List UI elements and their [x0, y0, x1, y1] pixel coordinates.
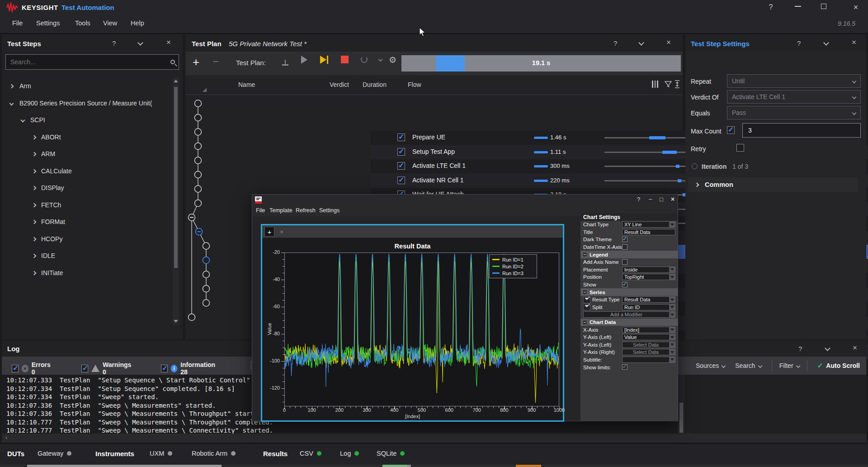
step-enabled-checkbox[interactable]	[397, 162, 405, 170]
step-settings-close-icon[interactable]: ×	[852, 38, 856, 47]
log-collapse-icon[interactable]	[825, 345, 830, 351]
log-filter-warnings[interactable]: Warnings 0	[81, 361, 132, 376]
column-verdict[interactable]: Verdict	[330, 81, 349, 88]
dropdown-arrow-icon[interactable]	[669, 312, 675, 317]
status-item-uxm[interactable]: UXM	[150, 450, 172, 457]
dropdown-arrow-icon[interactable]	[669, 327, 675, 333]
setting-checkbox[interactable]	[622, 259, 627, 265]
verdict-of-dropdown[interactable]: Activate LTE Cell 1	[727, 90, 861, 104]
test-plan-help-icon[interactable]: ?	[613, 39, 617, 47]
step-settings-collapse-icon[interactable]	[823, 40, 829, 46]
settings-gear-icon[interactable]: ⚙	[389, 55, 396, 65]
setting-dropdown[interactable]: Run ID	[622, 304, 675, 310]
max-count-checkbox[interactable]	[727, 126, 735, 134]
chevron-right-icon[interactable]	[32, 237, 37, 241]
stand-icon[interactable]	[281, 60, 289, 66]
test-plan-collapse-icon[interactable]	[638, 40, 644, 46]
filter-dropdown[interactable]: Filter	[772, 360, 807, 371]
chevron-right-icon[interactable]	[9, 84, 14, 89]
status-item-gateway[interactable]: Gateway	[38, 450, 71, 457]
step-enabled-checkbox[interactable]	[397, 133, 405, 141]
repeat-run-icon[interactable]	[361, 56, 368, 63]
tree-item[interactable]: HCOPy	[2, 231, 170, 248]
status-item-instruments[interactable]: Instruments	[95, 450, 134, 457]
search-input[interactable]	[9, 58, 170, 66]
collapse-minus-icon[interactable]: −	[582, 252, 587, 257]
dropdown-arrow-icon[interactable]	[669, 274, 675, 280]
dialog-close-icon[interactable]: ×	[671, 195, 675, 203]
chevron-right-icon[interactable]	[32, 203, 37, 207]
setting-dropdown[interactable]: XY Line	[622, 221, 675, 228]
status-item-csv[interactable]: CSV	[300, 450, 321, 457]
setting-dropdown[interactable]: Select Data	[622, 349, 675, 355]
run-button[interactable]	[301, 56, 307, 64]
log-close-icon[interactable]: ×	[853, 343, 857, 353]
dropdown-arrow-icon[interactable]	[669, 349, 675, 355]
dialog-maximize-icon[interactable]: □	[660, 196, 663, 203]
dropdown-arrow-icon[interactable]	[669, 305, 675, 310]
common-section[interactable]: Common	[688, 177, 858, 192]
search-dropdown[interactable]: Search	[735, 362, 761, 369]
dropdown-arrow-icon[interactable]	[669, 297, 675, 302]
tree-item[interactable]: ABORt	[2, 129, 170, 146]
test-plan-close-icon[interactable]: ×	[666, 38, 671, 47]
setting-dropdown[interactable]: Result Data	[622, 296, 675, 303]
retry-checkbox[interactable]	[736, 144, 744, 152]
window-minimize-icon[interactable]	[795, 6, 801, 7]
dropdown-arrow-icon[interactable]	[669, 267, 675, 272]
filter-icon[interactable]	[665, 81, 672, 88]
test-steps-collapse-icon[interactable]	[137, 40, 143, 46]
log-horizontal-scrollbar[interactable]: ‹	[2, 434, 866, 443]
chevron-right-icon[interactable]	[32, 135, 37, 139]
status-item-duts[interactable]: DUTs	[7, 450, 24, 457]
chevron-right-icon[interactable]	[32, 186, 37, 191]
add-step-button[interactable]: +	[193, 55, 199, 69]
tree-item[interactable]: ARM	[2, 146, 170, 163]
window-close-icon[interactable]: ×	[851, 3, 861, 12]
log-vertical-scrollbar[interactable]	[678, 375, 684, 434]
section-series[interactable]: −Series	[580, 288, 678, 296]
dialog-help-icon[interactable]: ?	[637, 196, 640, 203]
column-name[interactable]: Name	[238, 81, 255, 88]
tree-item[interactable]: FETCh	[2, 197, 170, 214]
max-count-input[interactable]: 3	[742, 123, 861, 138]
setting-checkbox[interactable]	[622, 282, 627, 287]
tree-item[interactable]: DISPlay	[2, 180, 170, 197]
funnel-icon[interactable]	[583, 304, 590, 310]
test-steps-help-icon[interactable]: ?	[112, 39, 116, 47]
tree-item[interactable]: CALCulate	[2, 163, 170, 180]
step-enabled-checkbox[interactable]	[397, 176, 405, 184]
search-icon[interactable]	[170, 60, 175, 64]
setting-dropdown[interactable]: Inside	[622, 267, 675, 273]
collapse-minus-icon[interactable]: −	[582, 320, 587, 325]
filter-checkbox[interactable]	[161, 365, 168, 372]
dropdown-arrow-icon[interactable]	[669, 357, 675, 362]
tree-item[interactable]: B2900 Series Precision Source / Measure …	[2, 95, 170, 112]
dropdown-arrow-icon[interactable]	[669, 334, 675, 340]
chevron-down-icon[interactable]	[21, 118, 25, 123]
status-item-sqlite[interactable]: SQLite	[377, 450, 405, 457]
chevron-right-icon[interactable]	[32, 169, 37, 173]
remove-step-button[interactable]: −	[212, 55, 219, 68]
tree-scrollbar[interactable]	[173, 78, 179, 324]
step-settings-help-icon[interactable]: ?	[797, 39, 801, 47]
setting-checkbox[interactable]	[622, 237, 627, 242]
setting-dropdown[interactable]: TopRight	[622, 274, 675, 280]
columns-icon[interactable]	[652, 81, 658, 88]
setting-dropdown[interactable]: Add a Modifier	[583, 311, 675, 318]
chevron-right-icon[interactable]	[32, 254, 37, 258]
dropdown-arrow-icon[interactable]	[669, 342, 675, 348]
window-help-icon[interactable]: ?	[766, 3, 776, 11]
tree-item[interactable]: Arm	[2, 78, 170, 95]
tree-item[interactable]: FORMat	[2, 214, 170, 231]
repeat-dropdown[interactable]: Until	[727, 74, 861, 88]
test-steps-close-icon[interactable]: ×	[166, 38, 171, 47]
chevron-down-icon[interactable]	[9, 101, 14, 105]
setting-dropdown[interactable]: [Index]	[622, 327, 675, 333]
close-tab-button[interactable]: ×	[278, 228, 286, 236]
setting-checkbox[interactable]	[622, 244, 627, 250]
auto-scroll-toggle[interactable]: ✓ Auto Scroll	[817, 362, 860, 370]
expand-collapse-rows-icon[interactable]	[675, 80, 680, 88]
log-help-icon[interactable]: ?	[798, 345, 802, 353]
chevron-right-icon[interactable]	[32, 271, 37, 275]
